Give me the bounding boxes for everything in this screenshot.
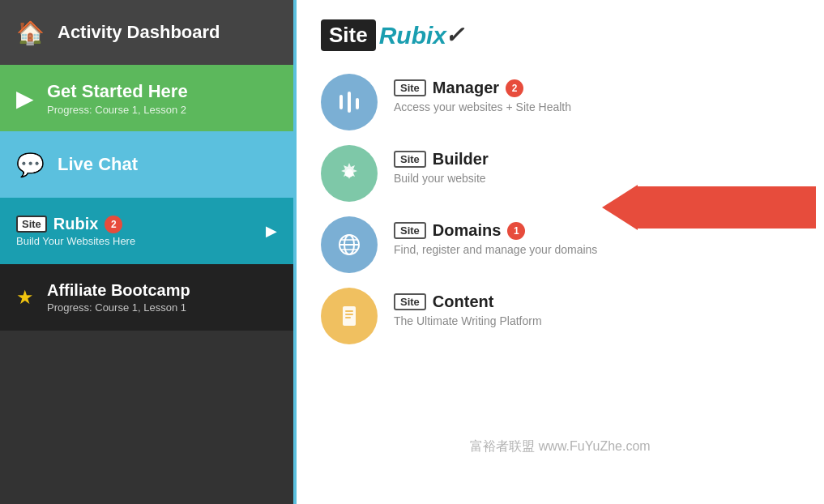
siterubix-name: Rubix — [53, 215, 99, 233]
activity-title: Activity Dashboard — [58, 22, 220, 43]
siterubix-logo: Site Rubix ✓ — [321, 19, 800, 51]
content-title: Site Content — [394, 293, 542, 311]
sidebar: 🏠 Activity Dashboard ▶ Get Started Here … — [0, 0, 293, 504]
domains-badge: 1 — [507, 222, 525, 240]
home-icon: 🏠 — [16, 19, 45, 46]
site-badge-sidebar: Site — [16, 216, 47, 233]
chevron-right-icon: ▶ — [266, 222, 277, 240]
chat-icon: 💬 — [16, 152, 45, 178]
sidebar-item-activity[interactable]: 🏠 Activity Dashboard — [0, 0, 293, 65]
globe-icon — [335, 231, 363, 258]
red-arrow-container — [602, 185, 816, 230]
svg-rect-10 — [345, 310, 353, 312]
watermark: 富裕者联盟 www.FuYuZhe.com — [297, 438, 824, 455]
star-icon: ★ — [16, 286, 34, 309]
svg-rect-11 — [345, 314, 353, 315]
domains-site-badge: Site — [394, 222, 426, 239]
affiliate-title: Affiliate Bootcamp — [47, 281, 190, 300]
document-icon — [335, 302, 363, 330]
arrow-head-icon — [602, 185, 638, 230]
play-icon: ▶ — [16, 85, 34, 112]
logo-rubix-text: Rubix — [379, 22, 446, 49]
main-content: Site Rubix ✓ Site Manager 2 Access your … — [293, 0, 824, 504]
domains-desc: Find, register and manage your domains — [394, 243, 597, 256]
manager-title: Site Manager 2 — [394, 79, 571, 97]
content-icon-circle — [321, 288, 378, 344]
content-label: Content — [433, 293, 494, 311]
get-started-subtitle: Progress: Course 1, Lesson 2 — [47, 104, 188, 116]
manager-badge: 2 — [506, 79, 523, 97]
arrow-body — [638, 186, 816, 229]
manager-icon-circle — [321, 74, 378, 130]
svg-rect-1 — [348, 92, 351, 113]
manager-desc: Access your websites + Site Health — [394, 100, 571, 113]
domains-title: Site Domains 1 — [394, 221, 597, 240]
siterubix-badge: 2 — [105, 216, 122, 233]
svg-rect-0 — [339, 95, 343, 109]
manager-label: Manager — [433, 79, 499, 97]
live-chat-title: Live Chat — [58, 154, 138, 175]
builder-title: Site Builder — [394, 150, 489, 169]
sidebar-item-live-chat[interactable]: 💬 Live Chat — [0, 131, 293, 198]
domains-label: Domains — [433, 221, 501, 240]
domains-icon-circle — [321, 216, 378, 273]
manager-site-badge: Site — [394, 79, 426, 96]
sidebar-item-siterubix[interactable]: Site Rubix 2 Build Your Websites Here ▶ — [0, 198, 293, 264]
menu-item-manager[interactable]: Site Manager 2 Access your websites + Si… — [321, 74, 800, 130]
sidebar-item-get-started[interactable]: ▶ Get Started Here Progress: Course 1, L… — [0, 65, 293, 131]
get-started-title: Get Started Here — [47, 81, 188, 102]
siterubix-subtitle: Build Your Websites Here — [16, 235, 258, 247]
builder-site-badge: Site — [394, 151, 426, 168]
content-site-badge: Site — [394, 293, 426, 310]
builder-label: Builder — [433, 150, 489, 169]
menu-item-content[interactable]: Site Content The Ultimate Writing Platfo… — [321, 288, 800, 344]
logo-site-box: Site — [321, 19, 376, 51]
builder-desc: Build your website — [394, 172, 489, 185]
logo-checkmark: ✓ — [445, 22, 463, 49]
sidebar-item-affiliate[interactable]: ★ Affiliate Bootcamp Progress: Course 1,… — [0, 264, 293, 331]
svg-rect-9 — [343, 306, 356, 326]
content-desc: The Ultimate Writing Platform — [394, 314, 542, 327]
gear-icon — [335, 160, 363, 187]
affiliate-subtitle: Progress: Course 1, Lesson 1 — [47, 301, 190, 314]
sliders-icon — [335, 88, 363, 116]
svg-rect-12 — [345, 317, 351, 318]
builder-icon-circle — [321, 145, 378, 202]
svg-rect-2 — [356, 98, 359, 109]
